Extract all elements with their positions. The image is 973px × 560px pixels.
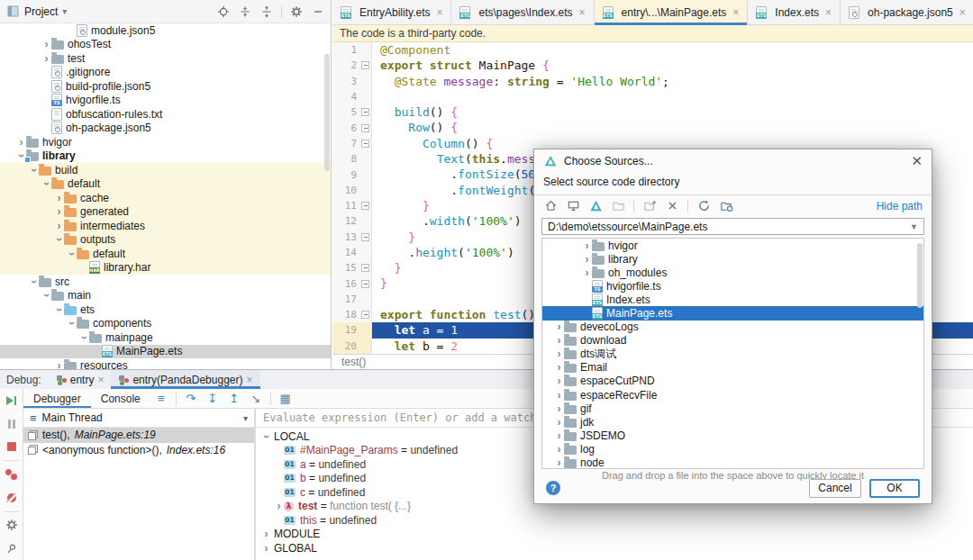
- tree-item-build-profile.json5[interactable]: build-profile.json5: [0, 79, 331, 94]
- fold-marker-icon[interactable]: [361, 280, 369, 288]
- tree-item-hvigor[interactable]: ›hvigor: [0, 135, 331, 149]
- fold-marker-icon[interactable]: [361, 202, 369, 210]
- path-combobox[interactable]: D:\demo\etssource\MainPage.ets ▼: [541, 218, 924, 235]
- chevron-collapsed-icon[interactable]: ›: [554, 336, 564, 345]
- frame-row-1[interactable]: <anonymous function>(), Index.ets:16: [23, 443, 254, 458]
- chevron-collapsed-icon[interactable]: ›: [41, 40, 51, 49]
- chevron-down-icon[interactable]: ▾: [62, 6, 67, 16]
- tab-close-icon[interactable]: ×: [97, 374, 104, 386]
- new-folder-icon[interactable]: [642, 199, 657, 213]
- project-scrollbar[interactable]: [324, 54, 330, 171]
- chevron-collapsed-icon[interactable]: ›: [554, 431, 564, 440]
- tree-item-default[interactable]: ›default: [0, 247, 331, 261]
- resume-icon[interactable]: [0, 389, 23, 412]
- deveco-project-icon[interactable]: [588, 199, 603, 213]
- tab-close-icon[interactable]: ×: [732, 6, 739, 19]
- variable-row-GLOBAL[interactable]: ›GLOBAL: [256, 541, 973, 555]
- dialog-tree-item-library[interactable]: ›library: [542, 252, 923, 266]
- editor-tab-1[interactable]: ETSets\pages\Index.ets×: [451, 0, 594, 24]
- tree-item-test[interactable]: ›test: [0, 51, 331, 66]
- dialog-tree-item-MainPage.ets[interactable]: ETSMainPage.ets: [542, 306, 923, 320]
- desktop-icon[interactable]: [566, 199, 580, 213]
- debug-session-tab-1[interactable]: entry(PandaDebugger)×: [111, 370, 259, 389]
- chevron-expanded-icon[interactable]: ›: [30, 165, 39, 175]
- editor-gutter[interactable]: 1234567891011121314151617181920: [332, 42, 372, 354]
- code-line-4[interactable]: [380, 89, 973, 104]
- tree-item-resources[interactable]: ›resources: [0, 358, 331, 369]
- tree-item-ohosTest[interactable]: ›ohosTest: [0, 38, 331, 52]
- run-to-cursor-icon[interactable]: ↘: [245, 389, 267, 408]
- hide-path-link[interactable]: Hide path: [877, 200, 923, 212]
- breadcrumb-item[interactable]: test(): [341, 356, 366, 368]
- dialog-tree-item-download[interactable]: ›download: [542, 334, 923, 348]
- chevron-collapsed-icon[interactable]: ›: [582, 241, 592, 250]
- chevron-collapsed-icon[interactable]: ›: [54, 221, 64, 230]
- layout-settings-icon[interactable]: ≡: [150, 389, 172, 408]
- code-line-6[interactable]: Row() {: [380, 120, 973, 135]
- dialog-tree-item-Email[interactable]: ›Email: [542, 361, 923, 375]
- tree-item-hvigorfile.ts[interactable]: TShvigorfile.ts: [0, 94, 331, 108]
- chevron-collapsed-icon[interactable]: ›: [54, 361, 64, 369]
- tree-item-ets[interactable]: ›ets: [0, 303, 331, 317]
- dialog-tree-scrollbar[interactable]: [917, 243, 923, 308]
- tree-item-intermediates[interactable]: ›intermediates: [0, 219, 331, 233]
- editor-tab-2[interactable]: ETSentry\...\MainPage.ets×: [595, 0, 749, 24]
- view-tab-debugger[interactable]: Debugger: [23, 389, 91, 408]
- threads-menu-icon[interactable]: ≡: [30, 411, 37, 425]
- dialog-tree-item-espaceRecvFile[interactable]: ›espaceRecvFile: [542, 388, 923, 402]
- tree-item-library[interactable]: ›library: [0, 149, 331, 164]
- tab-close-icon[interactable]: ×: [436, 6, 442, 19]
- debugger-settings-gear-icon[interactable]: [0, 514, 23, 537]
- chevron-expanded-icon[interactable]: ›: [55, 304, 64, 314]
- gutter-line-10[interactable]: 10: [332, 183, 371, 198]
- gutter-line-20[interactable]: 20: [332, 339, 371, 354]
- settings-gear-icon[interactable]: [289, 5, 304, 19]
- chevron-collapsed-icon[interactable]: ›: [554, 458, 564, 467]
- gutter-line-17[interactable]: 17: [332, 292, 371, 307]
- dialog-tree-item-node[interactable]: ›node: [542, 456, 923, 470]
- chevron-collapsed-icon[interactable]: ›: [554, 391, 564, 400]
- gutter-line-14[interactable]: 14: [332, 245, 371, 260]
- dialog-tree-item-espaceCutPND[interactable]: ›espaceCutPND: [542, 375, 923, 388]
- cancel-button[interactable]: Cancel: [809, 479, 861, 498]
- step-into-icon[interactable]: ↧: [202, 389, 223, 408]
- chevron-down-icon[interactable]: ▼: [910, 222, 918, 231]
- tree-item-main[interactable]: ›main: [0, 289, 331, 303]
- home-icon[interactable]: [543, 199, 558, 213]
- chevron-collapsed-icon[interactable]: ›: [54, 194, 64, 203]
- tree-item-build[interactable]: ›build: [0, 163, 331, 177]
- step-over-icon[interactable]: ↷: [180, 389, 202, 408]
- fold-marker-icon[interactable]: [361, 311, 369, 319]
- editor-tab-4[interactable]: oh-package.json5×: [841, 0, 973, 24]
- tree-item-.gitignore[interactable]: .gitignore: [0, 66, 331, 80]
- gutter-line-9[interactable]: 9: [332, 167, 371, 182]
- chevron-expanded-icon[interactable]: ›: [68, 248, 77, 258]
- chevron-collapsed-icon[interactable]: ›: [54, 207, 64, 216]
- gutter-line-11[interactable]: 11: [332, 198, 371, 213]
- variable-row-MODULE[interactable]: ›MODULE: [256, 528, 973, 542]
- dialog-tree-item-hvigor[interactable]: ›hvigor: [542, 239, 923, 252]
- tree-item-components[interactable]: ›components: [0, 317, 331, 331]
- tree-item-library.har[interactable]: HARlibrary.har: [0, 261, 331, 275]
- editor-tab-3[interactable]: ETSIndex.ets×: [748, 0, 841, 24]
- tree-item-oh-package.json5[interactable]: oh-package.json5: [0, 122, 331, 136]
- chevron-collapsed-icon[interactable]: ›: [582, 268, 592, 277]
- tree-item-obfuscation-rules.txt[interactable]: obfuscation-rules.txt: [0, 107, 331, 122]
- chevron-expanded-icon[interactable]: ›: [68, 319, 77, 329]
- gutter-line-5[interactable]: 5: [332, 104, 371, 120]
- dialog-tree-item-devecoLogs[interactable]: ›devecoLogs: [542, 321, 923, 334]
- help-icon[interactable]: ?: [546, 481, 560, 495]
- dialog-tree-item-Index.ets[interactable]: ETSIndex.ets: [542, 293, 923, 306]
- chevron-collapsed-icon[interactable]: ›: [582, 255, 592, 264]
- tree-item-MainPage.ets[interactable]: ETSMainPage.ets: [0, 345, 331, 359]
- chevron-collapsed-icon[interactable]: ›: [261, 544, 271, 553]
- gutter-line-12[interactable]: 12: [332, 213, 371, 229]
- locate-icon[interactable]: [216, 5, 231, 19]
- chevron-expanded-icon[interactable]: ›: [30, 276, 39, 286]
- pin-icon[interactable]: [0, 537, 23, 560]
- gutter-line-4[interactable]: 4: [332, 89, 371, 104]
- variable-row-this[interactable]: 01this = undefined: [256, 513, 973, 528]
- project-panel-title[interactable]: Project: [24, 5, 58, 18]
- code-line-2[interactable]: export struct MainPage {: [380, 58, 973, 73]
- fold-marker-icon[interactable]: [361, 108, 369, 116]
